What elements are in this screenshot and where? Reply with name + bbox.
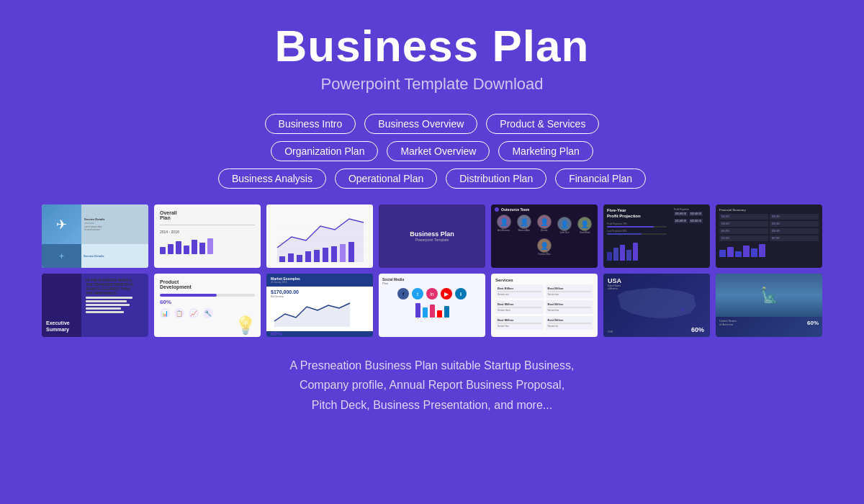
market-chart-svg [271,300,357,327]
slide-overall-plan[interactable]: OverallPlan 2014 - 2018 [154,204,261,268]
slides-row-2: ExecutiveSummary IN THE BUSINESS WORLD,T… [13,274,851,337]
slide-financial-table[interactable]: Financial Summary $24,000 $18,000 $32,00… [716,204,822,268]
slide-market-examples[interactable]: Market Examples 25 January 2018 $170,000… [266,274,373,337]
svg-point-16 [680,307,685,312]
footer-line3: Pitch Deck, Business Presentation, and m… [312,399,552,411]
svg-rect-11 [323,248,328,262]
slide-profit-projection[interactable]: Five-YearProfit Projection Profit Projec… [603,204,710,268]
svg-rect-10 [314,250,320,262]
s11-subtitle-label: Plan [382,282,482,285]
header: Business Plan Powerpoint Template Downlo… [275,0,590,101]
slide-services[interactable]: Services Best BillionService one Best Bi… [491,274,598,337]
tag-financial-plan[interactable]: Financial Plan [555,168,646,189]
svg-rect-13 [340,244,346,262]
svg-rect-7 [288,253,294,262]
slide-product-development[interactable]: ProductDevelopment 60% 📊 📋 📈 🔧 💡 [154,274,261,337]
tag-market-overview[interactable]: Market Overview [387,141,490,161]
slide-service-details[interactable]: ✈ Service Details ━━━━━━━ Lorem ipsum do… [42,204,148,268]
slide-line-chart[interactable] [266,204,373,268]
tags-row-3: Business Analysis Operational Plan Distr… [218,168,646,189]
tag-distribution-plan[interactable]: Distribution Plan [446,168,546,189]
s6-title-label: Five-YearProfit Projection [607,208,667,220]
svg-rect-12 [331,246,337,262]
s12-title-label: Services [491,274,598,284]
tag-business-analysis[interactable]: Business Analysis [218,168,326,189]
svg-marker-15 [274,303,350,327]
tag-marketing-plan[interactable]: Marketing Plan [498,141,593,161]
main-title: Business Plan [275,22,590,71]
subtitle: Powerpoint Template Download [275,75,590,94]
slides-row-1: ✈ Service Details ━━━━━━━ Lorem ipsum do… [13,204,851,268]
tag-organization-plan[interactable]: Organization Plan [271,141,378,161]
tag-business-intro[interactable]: Business Intro [265,114,356,134]
s10-value-label: $170,000.00 [271,289,369,294]
s10-date-label: 25 January 2018 [271,281,369,284]
slide-usa-map[interactable]: USA United Statesof America 60% 10 M [603,274,710,337]
svg-rect-14 [348,242,354,262]
s9-pct-label: 60% [154,299,261,305]
slides-section: ✈ Service Details ━━━━━━━ Lorem ipsum do… [0,204,864,343]
svg-rect-8 [297,255,302,262]
s5-title-label: Outsource Team [501,207,529,212]
s2-overall-label: OverallPlan [154,204,261,222]
s8-title-label: ExecutiveSummary [46,320,70,333]
tags-row-1: Business Intro Business Overview Product… [265,114,600,134]
tags-container: Business Intro Business Overview Product… [218,114,646,189]
footer-line1: A Presneation Business Plan suitable Sta… [290,359,575,372]
tag-product-services[interactable]: Product & Services [486,114,599,134]
slide-business-plan-title[interactable]: Business Plan Powerpoint Template [379,204,485,268]
s13-pct-label: 60% [691,326,704,333]
line-chart-svg [266,204,373,268]
tag-operational-plan[interactable]: Operational Plan [335,168,437,189]
slide-extra[interactable]: 🗽 United Statesof America 60% [716,274,822,337]
tag-business-overview[interactable]: Business Overview [364,114,477,134]
slide-executive-summary[interactable]: ExecutiveSummary IN THE BUSINESS WORLD,T… [42,274,148,337]
slide-outsource-team[interactable]: Outsource Team 👤 Ann Burrows 👤 Warren Al… [491,204,598,268]
slide-social-media[interactable]: Social Media Plan f t in ▶ li FB TW [379,274,485,337]
s4-title: Business Plan [410,230,454,238]
s4-subtitle: Powerpoint Template [415,238,449,242]
svg-rect-9 [305,251,311,262]
s9-title-label: ProductDevelopment [154,274,261,292]
footer: A Presneation Business Plan suitable Sta… [290,356,575,415]
tags-row-2: Organization Plan Market Overview Market… [271,141,593,161]
footer-line2: Company profile, Annual Report Business … [300,379,564,391]
svg-rect-6 [279,256,285,262]
